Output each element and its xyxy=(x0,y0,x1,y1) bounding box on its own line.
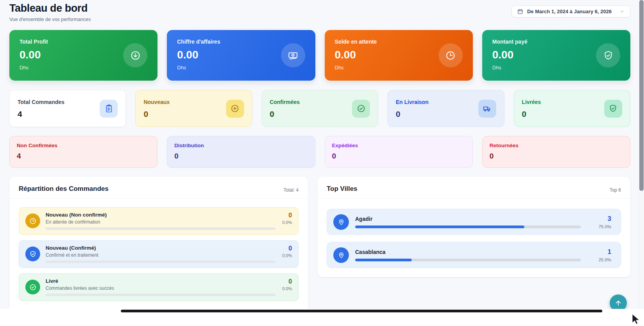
list-item-livre: Livré Commandes livrées avec succès 0 0.… xyxy=(19,273,299,301)
stat-card-total-commandes: Total Commandes 4 xyxy=(9,90,126,127)
progress-bar xyxy=(46,227,276,230)
city-name: Casablanca xyxy=(355,249,581,255)
kpi-label: Total Profit xyxy=(19,39,147,45)
kpi-row: Total Profit 0.00 Dhs Chiffre d'affaires… xyxy=(9,30,630,81)
list-item-nouveau-confirme: Nouveau (Confirmé) Confirmé et en traite… xyxy=(19,240,299,268)
top-villes-list: Agadir 3 75.0% Casablanca xyxy=(317,199,630,277)
shield-check-icon xyxy=(25,247,40,261)
progress-fill xyxy=(355,259,412,261)
progress-bar xyxy=(46,261,276,263)
status-card-retournees: Retournées 0 xyxy=(482,136,630,168)
item-value: 0 xyxy=(282,245,292,252)
clock-icon xyxy=(439,43,463,67)
list-item-nouveau-non-confirme: Nouveau (Non confirmé) En attente de con… xyxy=(19,207,299,235)
status-card-expediees: Expédiées 0 xyxy=(325,136,473,168)
kpi-currency: Dhs xyxy=(19,65,147,70)
progress-bar xyxy=(355,259,581,261)
status-value: 0 xyxy=(174,152,308,160)
repartition-header: Répartition des Commandes Total: 4 xyxy=(9,177,308,199)
kpi-card-chiffre-affaires: Chiffre d'affaires 0.00 Dhs xyxy=(167,30,315,81)
banknote-icon xyxy=(281,43,305,67)
horizontal-scrollbar[interactable] xyxy=(0,309,644,326)
status-label: Expédiées xyxy=(332,143,465,148)
kpi-label: Chiffre d'affaires xyxy=(177,39,305,45)
city-percent: 25.0% xyxy=(587,257,611,262)
stat-card-livrees: Livrées 0 xyxy=(514,90,630,127)
kpi-currency: Dhs xyxy=(177,65,305,70)
status-value: 4 xyxy=(17,152,150,160)
panels-section: Répartition des Commandes Total: 4 Nouve… xyxy=(9,177,630,309)
city-count: 3 xyxy=(587,215,611,223)
calendar-icon xyxy=(517,9,523,14)
arrow-up-icon xyxy=(614,299,622,307)
vertical-scrollbar[interactable] xyxy=(639,0,644,309)
stat-card-en-livraison: En Livraison 0 xyxy=(387,90,504,127)
top-villes-panel: Top Villes Top 6 Agadir 3 75.0% xyxy=(317,177,630,277)
progress-fill xyxy=(355,226,524,228)
item-subtitle: En attente de confirmation xyxy=(46,219,107,225)
item-subtitle: Commandes livrées avec succès xyxy=(46,285,114,291)
check-circle-icon xyxy=(352,100,370,118)
check-circle-icon xyxy=(25,280,40,294)
item-percent: 0.0% xyxy=(282,253,292,258)
status-value: 0 xyxy=(490,152,623,160)
horizontal-scrollbar-thumb[interactable] xyxy=(121,310,602,312)
repartition-panel: Répartition des Commandes Total: 4 Nouve… xyxy=(9,177,308,309)
shield-check-icon xyxy=(596,43,620,67)
circle-arrow-down-icon xyxy=(123,43,147,67)
item-title: Livré xyxy=(46,278,114,284)
date-range-picker[interactable]: De March 1, 2024 à January 6, 2026 xyxy=(511,5,630,18)
stat-card-confirmees: Confirmées 0 xyxy=(262,90,378,127)
shield-check-icon xyxy=(604,100,622,118)
mouse-cursor xyxy=(630,313,642,326)
plus-circle-icon xyxy=(226,100,244,118)
item-title: Nouveau (Non confirmé) xyxy=(46,212,107,218)
page-title: Tableau de bord xyxy=(9,2,91,14)
clock-icon xyxy=(25,213,40,228)
status-label: Non Confirmées xyxy=(17,143,150,148)
map-pin-icon xyxy=(333,214,349,230)
item-value: 0 xyxy=(282,212,292,219)
top-villes-title: Top Villes xyxy=(327,185,357,193)
page-header: Tableau de bord Vue d'ensemble de vos pe… xyxy=(9,2,630,22)
status-label: Retournées xyxy=(490,143,623,148)
city-percent: 75.0% xyxy=(587,224,611,229)
city-item-casablanca: Casablanca 1 25.0% xyxy=(327,242,621,268)
item-title: Nouveau (Confirmé) xyxy=(46,245,98,251)
kpi-card-solde-attente: Solde en attente 0.00 Dhs xyxy=(325,30,473,81)
status-card-distribution: Distribution 0 xyxy=(167,136,315,168)
status-value: 0 xyxy=(332,152,465,160)
page-header-text: Tableau de bord Vue d'ensemble de vos pe… xyxy=(9,2,91,22)
kpi-currency: Dhs xyxy=(492,65,620,70)
kpi-card-total-profit: Total Profit 0.00 Dhs xyxy=(9,30,157,81)
item-subtitle: Confirmé et en traitement xyxy=(46,252,98,258)
date-range-label: De March 1, 2024 à January 6, 2026 xyxy=(527,9,612,14)
kpi-label: Solde en attente xyxy=(335,39,463,45)
progress-bar xyxy=(46,294,276,296)
progress-bar xyxy=(355,226,581,228)
page-subtitle: Vue d'ensemble de vos performances xyxy=(9,17,91,22)
map-pin-icon xyxy=(333,247,349,263)
stat-card-nouveaux: Nouveaux 0 xyxy=(135,90,252,127)
chevron-down-icon xyxy=(619,9,625,14)
top-villes-badge: Top 6 xyxy=(610,187,621,193)
order-stats-row: Total Commandes 4 Nouveaux 0 Confirmées … xyxy=(9,90,630,127)
status-card-non-confirmees: Non Confirmées 4 xyxy=(9,136,157,168)
clipboard-icon xyxy=(100,100,118,118)
city-item-agadir: Agadir 3 75.0% xyxy=(327,209,621,235)
item-percent: 0.0% xyxy=(282,286,292,291)
city-name: Agadir xyxy=(355,216,581,222)
kpi-label: Montant payé xyxy=(492,39,620,45)
status-label: Distribution xyxy=(174,143,308,148)
item-value: 0 xyxy=(282,278,292,285)
repartition-list: Nouveau (Non confirmé) En attente de con… xyxy=(9,199,308,309)
city-count: 1 xyxy=(587,248,611,256)
kpi-currency: Dhs xyxy=(335,65,463,70)
repartition-total-badge: Total: 4 xyxy=(283,187,299,193)
kpi-card-montant-paye: Montant payé 0.00 Dhs xyxy=(482,30,630,81)
status-row: Non Confirmées 4 Distribution 0 Expédiée… xyxy=(9,136,630,168)
vertical-scrollbar-thumb[interactable] xyxy=(639,0,644,191)
top-villes-header: Top Villes Top 6 xyxy=(317,177,630,199)
repartition-title: Répartition des Commandes xyxy=(19,185,109,193)
truck-icon xyxy=(478,100,496,118)
